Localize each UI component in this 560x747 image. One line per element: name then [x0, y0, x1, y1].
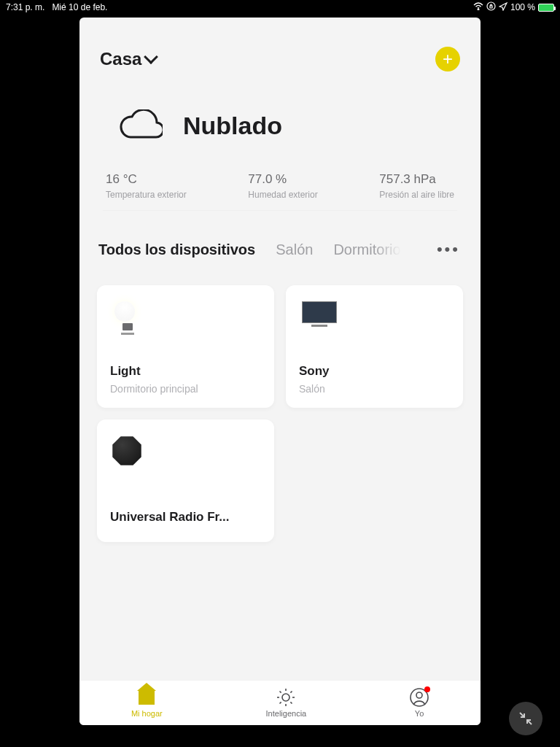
stat-temperature: 16 °C Temperatura exterior [106, 172, 187, 200]
app-window: Casa Nublado 16 °C Temperatura exterior [79, 18, 481, 725]
add-button[interactable] [435, 47, 460, 71]
sun-icon [276, 688, 295, 707]
lightbulb-icon [114, 301, 141, 341]
svg-line-7 [280, 692, 281, 693]
battery-percent: 100 % [510, 2, 535, 12]
nav-home[interactable]: Mi hogar [131, 688, 163, 718]
svg-line-8 [291, 702, 292, 703]
notification-dot-icon [424, 686, 430, 692]
svg-point-12 [416, 692, 422, 698]
tv-icon [302, 301, 337, 333]
device-card-universal[interactable]: Universal Radio Fr... [97, 419, 274, 542]
room-tabs: Todos los dispositivos Salón Dormitorio … [97, 224, 463, 263]
svg-point-2 [282, 694, 289, 701]
svg-line-9 [280, 702, 281, 703]
device-room: Dormitorio principal [110, 383, 261, 395]
device-name: Universal Radio Fr... [110, 510, 261, 525]
device-card-sony[interactable]: Sony Salón [286, 285, 463, 408]
collapse-fab[interactable] [509, 702, 542, 735]
weather-condition: Nublado [183, 112, 282, 140]
stat-pressure: 757.3 hPa Presión al aire libre [379, 172, 454, 200]
weather-widget[interactable]: Nublado 16 °C Temperatura exterior 77.0 … [97, 80, 463, 224]
tab-dormitorio[interactable]: Dormitorio [333, 241, 400, 258]
bottom-nav: Mi hogar Inteligencia Yo [79, 680, 481, 725]
tab-all-devices[interactable]: Todos los dispositivos [98, 241, 255, 258]
device-status-bar: 7:31 p. m. Mié 10 de feb. 100 % [0, 0, 560, 15]
house-icon [139, 690, 155, 705]
device-name: Sony [299, 364, 450, 379]
home-name: Casa [100, 49, 141, 69]
device-name: Light [110, 364, 261, 379]
nav-label: Mi hogar [131, 709, 163, 718]
nav-label: Inteligencia [266, 709, 307, 718]
cloud-icon [116, 109, 163, 142]
more-tabs-button[interactable]: ••• [437, 240, 462, 259]
svg-line-10 [291, 692, 292, 693]
tab-salon[interactable]: Salón [276, 241, 313, 258]
app-header: Casa [97, 34, 463, 80]
device-grid: Light Dormitorio principal Sony Salón [97, 263, 463, 542]
svg-point-0 [478, 9, 479, 10]
location-icon [499, 2, 508, 13]
hub-icon [112, 436, 144, 468]
orientation-lock-icon [486, 1, 496, 13]
status-date: Mié 10 de feb. [52, 2, 107, 12]
nav-label: Yo [415, 709, 424, 718]
chevron-down-icon [144, 50, 158, 64]
home-selector[interactable]: Casa [100, 49, 156, 69]
wifi-icon [473, 2, 483, 12]
battery-icon [538, 4, 554, 12]
nav-intelligence[interactable]: Inteligencia [266, 688, 307, 718]
status-time: 7:31 p. m. [6, 2, 44, 12]
stat-humidity: 77.0 % Humedad exterior [248, 172, 317, 200]
person-icon [410, 688, 429, 707]
device-card-light[interactable]: Light Dormitorio principal [97, 285, 274, 408]
nav-profile[interactable]: Yo [410, 688, 429, 718]
device-room: Salón [299, 383, 450, 395]
